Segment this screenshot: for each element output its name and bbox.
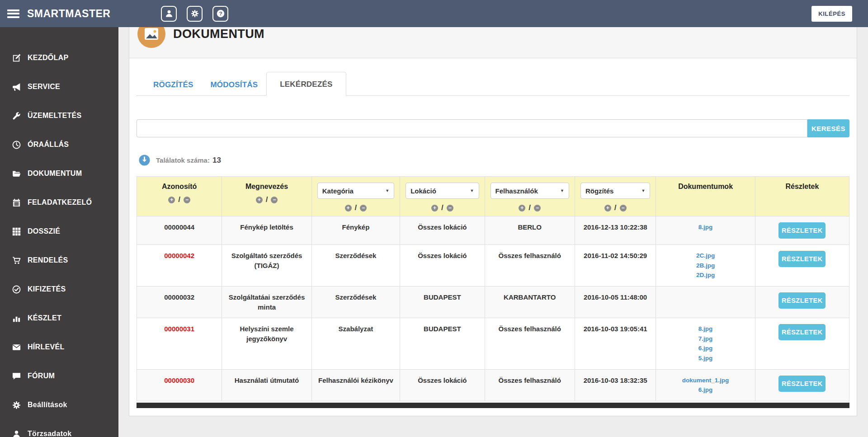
wrench-icon xyxy=(12,112,21,120)
sort-remove-icon[interactable]: − xyxy=(534,205,541,211)
sort-separator: / xyxy=(266,195,268,204)
cell-category: Szabályzat xyxy=(311,318,400,369)
sort-remove-icon[interactable]: − xyxy=(620,205,627,211)
details-button[interactable]: RÉSZLETEK xyxy=(778,222,826,239)
cart-icon xyxy=(12,256,21,265)
search-input[interactable] xyxy=(137,119,807,137)
sidebar-item-label: RENDELÉS xyxy=(28,256,68,264)
document-link[interactable]: 2C.jpg xyxy=(659,251,752,261)
gear-button[interactable] xyxy=(187,6,203,22)
sort-add-icon[interactable]: + xyxy=(256,197,263,203)
filter-selected-value: Kategória xyxy=(322,187,354,195)
column-filter-felhasznalok[interactable]: Felhasználók▼ xyxy=(491,183,569,199)
sidebar-item-dosszie[interactable]: DOSSZIÉ xyxy=(0,217,118,246)
down-arrow-circle-icon[interactable] xyxy=(139,155,150,166)
sort-remove-icon[interactable]: − xyxy=(271,197,278,203)
chevron-down-icon: ▼ xyxy=(641,188,645,193)
document-link[interactable]: 6.jpg xyxy=(659,343,752,353)
column-filter-kategoria[interactable]: Kategória▼ xyxy=(317,183,394,199)
bar-chart-icon xyxy=(12,314,21,323)
sort-remove-icon[interactable]: − xyxy=(447,205,453,211)
cell-documents: 2C.jpg2B.jpg2D.jpg xyxy=(656,245,755,287)
sidebar-item-kezdolap[interactable]: KEZDŐLAP xyxy=(0,43,118,72)
table-row: 00000044Fénykép letöltésFényképÖsszes lo… xyxy=(137,216,849,245)
gear-icon xyxy=(12,401,21,409)
row-id: 00000044 xyxy=(164,223,194,231)
envelope-icon xyxy=(12,343,21,352)
document-link[interactable]: 2B.jpg xyxy=(659,261,752,271)
details-button[interactable]: RÉSZLETEK xyxy=(778,292,826,309)
details-button[interactable]: RÉSZLETEK xyxy=(778,376,826,392)
sort-controls: +/− xyxy=(137,195,221,204)
sidebar-item-forum[interactable]: FÓRUM xyxy=(0,362,118,390)
sort-add-icon[interactable]: + xyxy=(604,205,611,211)
document-link[interactable]: 8.jpg xyxy=(659,222,752,232)
cell-id: 00000044 xyxy=(137,216,222,245)
help-button[interactable]: ? xyxy=(212,6,228,22)
sort-separator: / xyxy=(528,203,531,212)
sort-add-icon[interactable]: + xyxy=(168,197,175,203)
document-link[interactable]: dokument_1.jpg xyxy=(659,376,752,385)
cell-location: BUDAPEST xyxy=(400,318,485,369)
column-label: Megnevezés xyxy=(222,183,311,191)
cell-users: BERLO xyxy=(485,216,575,245)
sort-separator: / xyxy=(355,203,357,212)
logout-button[interactable]: KILÉPÉS xyxy=(811,6,852,22)
sidebar-item-dokumentum[interactable]: DOKUMENTUM xyxy=(0,159,118,188)
sidebar-item-feladatkezelo[interactable]: FELADATKEZELŐ xyxy=(0,188,118,217)
document-link[interactable]: 6.jpg xyxy=(659,385,752,395)
cell-recorded: 2016-11-02 14:50:29 xyxy=(575,245,656,287)
user-button[interactable] xyxy=(161,6,177,22)
dokumentum-panel: DOKUMENTUM RÖGZÍTÉSMÓDOSÍTÁSLEKÉRDEZÉS K… xyxy=(129,9,857,416)
sort-remove-icon[interactable]: − xyxy=(184,197,190,203)
sort-add-icon[interactable]: + xyxy=(519,205,525,211)
panel-body: RÖGZÍTÉSMÓDOSÍTÁSLEKÉRDEZÉS KERESÉS Talá… xyxy=(129,72,857,408)
cell-name: Szolgáltatáai szerződés minta xyxy=(222,286,311,318)
sidebar-item-uzemeltetes[interactable]: ÜZEMELTETÉS xyxy=(0,101,118,130)
sidebar-item-oraallas[interactable]: ÓRAÁLLÁS xyxy=(0,130,118,159)
sidebar-item-service[interactable]: SERVICE xyxy=(0,72,118,101)
cell-name: Helyszíni szemle jegyzőkönyv xyxy=(222,318,311,369)
sidebar-item-label: FÓRUM xyxy=(28,372,55,380)
hamburger-menu-icon[interactable] xyxy=(7,8,19,19)
sort-add-icon[interactable]: + xyxy=(431,205,438,211)
column-filter-rogzites[interactable]: Rögzítés▼ xyxy=(580,183,651,199)
details-button[interactable]: RÉSZLETEK xyxy=(778,251,826,267)
document-link[interactable]: 2D.jpg xyxy=(659,270,752,280)
cell-name: Fénykép letöltés xyxy=(222,216,311,245)
user-icon xyxy=(165,9,173,18)
details-button[interactable]: RÉSZLETEK xyxy=(778,324,826,340)
tab-bar: RÖGZÍTÉSMÓDOSÍTÁSLEKÉRDEZÉS xyxy=(137,72,849,96)
results-count: 13 xyxy=(212,156,221,165)
cell-id: 00000042 xyxy=(137,245,222,287)
tab-modositas[interactable]: MÓDOSÍTÁS xyxy=(202,76,267,96)
cell-details: RÉSZLETEK xyxy=(755,286,849,318)
chevron-down-icon: ▼ xyxy=(560,188,564,193)
search-button[interactable]: KERESÉS xyxy=(807,119,849,137)
sidebar-item-kifizetes[interactable]: KIFIZETÉS xyxy=(0,275,118,304)
filter-selected-value: Felhasználók xyxy=(495,187,538,195)
sidebar-item-label: SERVICE xyxy=(28,83,60,91)
tab-lekerdezes[interactable]: LEKÉRDEZÉS xyxy=(266,72,346,96)
sidebar-item-label: KIFIZETÉS xyxy=(28,285,66,293)
cell-recorded: 2016-10-03 19:05:41 xyxy=(575,318,656,369)
column-filter-lokacio[interactable]: Lokáció▼ xyxy=(406,183,479,199)
column-label: Részletek xyxy=(756,183,849,191)
document-link[interactable]: 5.jpg xyxy=(659,353,752,363)
column-label: Azonosító xyxy=(137,183,221,191)
sidebar-item-rendeles[interactable]: RENDELÉS xyxy=(0,246,118,275)
cell-documents xyxy=(656,286,755,318)
document-link[interactable]: 7.jpg xyxy=(659,334,752,344)
sidebar-item-keszlet[interactable]: KÉSZLET xyxy=(0,304,118,333)
tab-rogzites[interactable]: RÖGZÍTÉS xyxy=(145,76,202,96)
sidebar-item-beallitasok[interactable]: Beállítások xyxy=(0,390,118,419)
sidebar-item-hirlevel[interactable]: HÍRLEVÉL xyxy=(0,333,118,362)
sort-remove-icon[interactable]: − xyxy=(360,205,367,211)
document-link[interactable]: 8.jpg xyxy=(659,324,752,334)
cell-users: KARBANTARTO xyxy=(485,286,575,318)
column-header-dokumentumok: Dokumentumok xyxy=(656,177,755,216)
sort-add-icon[interactable]: + xyxy=(345,205,352,211)
sidebar-item-torzsadatok[interactable]: Törzsadatok xyxy=(0,419,118,437)
column-label: Dokumentumok xyxy=(656,183,754,191)
sort-separator: / xyxy=(441,203,443,212)
